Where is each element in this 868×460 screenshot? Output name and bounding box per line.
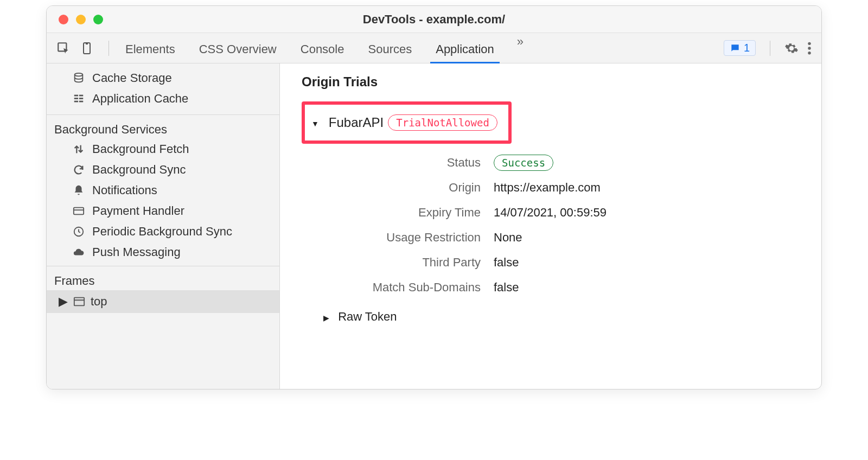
tab-elements[interactable]: Elements [124,35,176,62]
bell-icon [72,184,86,196]
raw-token-disclosure[interactable]: Raw Token [323,310,821,324]
svg-point-3 [808,42,810,44]
sidebar-heading-background-services: Background Services [47,115,279,139]
main-panel: Origin Trials FubarAPI TrialNotAllowed S… [280,63,821,389]
refresh-icon [72,164,86,176]
trial-disclosure[interactable] [311,116,324,130]
label-status: Status [318,156,481,170]
clock-icon [72,226,86,238]
more-tabs-icon[interactable]: » [517,35,524,62]
trial-details: Status Success Origin https://example.co… [318,156,821,295]
sidebar-item-label: Background Sync [92,163,186,177]
sidebar-item-background-fetch[interactable]: Background Fetch [47,139,279,159]
minimize-window-button[interactable] [76,15,86,24]
sidebar-item-label: Application Cache [92,92,188,106]
svg-rect-7 [74,95,78,97]
sidebar-item-label: Notifications [92,183,157,197]
svg-rect-9 [74,98,78,99]
tab-application[interactable]: Application [435,35,495,62]
svg-rect-11 [74,101,78,103]
value-expiry: 14/07/2021, 00:59:59 [494,206,821,220]
settings-gear-icon[interactable] [784,41,799,55]
value-match-subdomains: false [494,280,821,295]
sidebar-item-label: Background Fetch [92,142,189,156]
value-third-party: false [494,255,821,270]
value-origin: https://example.com [494,181,821,195]
sidebar-item-push-messaging[interactable]: Push Messaging [47,242,279,263]
sidebar-item-label: top [91,295,107,309]
label-origin: Origin [318,181,481,195]
trial-name: FubarAPI [329,115,384,130]
sidebar-item-label: Push Messaging [92,245,181,259]
svg-point-6 [75,73,83,76]
trial-row-highlight: FubarAPI TrialNotAllowed [302,101,512,144]
titlebar: DevTools - example.com/ [47,6,821,33]
tab-css-overview[interactable]: CSS Overview [198,35,278,62]
credit-card-icon [72,205,86,217]
svg-point-4 [808,47,810,49]
value-usage-restriction: None [494,231,821,245]
sidebar-item-cache-storage[interactable]: Cache Storage [47,68,279,88]
svg-rect-8 [79,95,83,97]
sidebar-heading-frames: Frames [47,266,279,290]
label-expiry: Expiry Time [318,206,481,220]
sidebar-item-frame-top[interactable]: ▶ top [47,290,279,313]
panel-tabs: Elements CSS Overview Console Sources Ap… [114,35,724,62]
updown-arrows-icon [72,143,86,155]
status-pill: Success [494,155,553,171]
window-icon [73,296,85,307]
issues-count: 1 [744,42,750,54]
sidebar-item-label: Cache Storage [92,71,172,85]
inspect-element-icon[interactable] [56,41,71,55]
svg-rect-13 [74,208,84,215]
devtools-tabbar: Elements CSS Overview Console Sources Ap… [47,33,821,63]
sidebar-item-label: Payment Handler [92,204,184,218]
raw-token-label: Raw Token [338,310,397,323]
sidebar-item-background-sync[interactable]: Background Sync [47,159,279,180]
svg-point-5 [808,51,810,54]
devtools-window: DevTools - example.com/ Elements CSS Ove… [46,5,822,389]
label-usage-restriction: Usage Restriction [318,231,481,245]
trial-status-pill: TrialNotAllowed [388,114,497,131]
tab-sources[interactable]: Sources [367,35,413,62]
divider [108,41,109,56]
issues-chip[interactable]: 1 [724,40,756,56]
close-window-button[interactable] [59,15,68,24]
svg-rect-10 [79,98,83,99]
label-third-party: Third Party [318,255,481,270]
sidebar-item-application-cache[interactable]: Application Cache [47,88,279,109]
database-icon [72,72,86,84]
chevron-right-icon: ▶ [59,295,68,309]
device-toolbar-icon[interactable] [80,41,93,55]
label-match-subdomains: Match Sub-Domains [318,280,481,295]
application-sidebar: Cache Storage Application Cache Backgrou… [47,63,280,389]
window-controls [47,15,103,24]
tab-console[interactable]: Console [299,35,346,62]
window-title: DevTools - example.com/ [47,12,821,27]
sidebar-item-periodic-background-sync[interactable]: Periodic Background Sync [47,221,279,242]
chevron-right-icon [323,310,335,323]
divider [770,41,770,56]
zoom-window-button[interactable] [93,15,103,24]
cloud-icon [72,246,86,258]
sidebar-item-label: Periodic Background Sync [92,225,232,239]
panel-body: Cache Storage Application Cache Backgrou… [47,63,821,389]
svg-rect-12 [79,101,83,103]
grid-icon [72,93,86,105]
sidebar-item-payment-handler[interactable]: Payment Handler [47,201,279,221]
sidebar-item-notifications[interactable]: Notifications [47,180,279,201]
svg-rect-16 [74,298,84,306]
issues-icon [730,43,741,54]
section-heading: Origin Trials [302,74,821,90]
kebab-menu-icon[interactable] [807,41,812,55]
